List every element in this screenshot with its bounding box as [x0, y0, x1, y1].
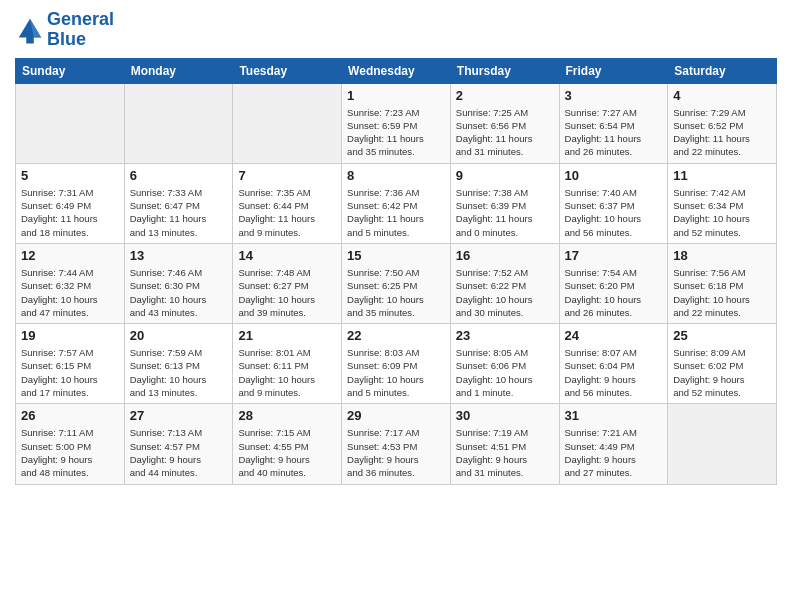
calendar-cell: 4Sunrise: 7:29 AM Sunset: 6:52 PM Daylig… — [668, 83, 777, 163]
day-number: 2 — [456, 88, 554, 103]
calendar-cell: 26Sunrise: 7:11 AM Sunset: 5:00 PM Dayli… — [16, 404, 125, 484]
day-number: 17 — [565, 248, 663, 263]
calendar-cell: 17Sunrise: 7:54 AM Sunset: 6:20 PM Dayli… — [559, 243, 668, 323]
logo-icon — [15, 15, 45, 45]
day-info: Sunrise: 7:54 AM Sunset: 6:20 PM Dayligh… — [565, 266, 663, 319]
calendar-cell: 15Sunrise: 7:50 AM Sunset: 6:25 PM Dayli… — [342, 243, 451, 323]
day-number: 27 — [130, 408, 228, 423]
calendar-cell: 10Sunrise: 7:40 AM Sunset: 6:37 PM Dayli… — [559, 163, 668, 243]
calendar-cell: 25Sunrise: 8:09 AM Sunset: 6:02 PM Dayli… — [668, 324, 777, 404]
calendar-cell: 1Sunrise: 7:23 AM Sunset: 6:59 PM Daylig… — [342, 83, 451, 163]
calendar-cell: 6Sunrise: 7:33 AM Sunset: 6:47 PM Daylig… — [124, 163, 233, 243]
calendar-cell: 29Sunrise: 7:17 AM Sunset: 4:53 PM Dayli… — [342, 404, 451, 484]
weekday-header: Monday — [124, 58, 233, 83]
day-number: 1 — [347, 88, 445, 103]
calendar-cell: 7Sunrise: 7:35 AM Sunset: 6:44 PM Daylig… — [233, 163, 342, 243]
day-info: Sunrise: 7:25 AM Sunset: 6:56 PM Dayligh… — [456, 106, 554, 159]
day-number: 30 — [456, 408, 554, 423]
day-info: Sunrise: 7:27 AM Sunset: 6:54 PM Dayligh… — [565, 106, 663, 159]
day-info: Sunrise: 7:33 AM Sunset: 6:47 PM Dayligh… — [130, 186, 228, 239]
day-info: Sunrise: 7:29 AM Sunset: 6:52 PM Dayligh… — [673, 106, 771, 159]
day-info: Sunrise: 7:31 AM Sunset: 6:49 PM Dayligh… — [21, 186, 119, 239]
day-info: Sunrise: 7:13 AM Sunset: 4:57 PM Dayligh… — [130, 426, 228, 479]
calendar-week-row: 19Sunrise: 7:57 AM Sunset: 6:15 PM Dayli… — [16, 324, 777, 404]
logo-text: General Blue — [47, 10, 114, 50]
day-number: 29 — [347, 408, 445, 423]
calendar-cell — [233, 83, 342, 163]
day-info: Sunrise: 7:44 AM Sunset: 6:32 PM Dayligh… — [21, 266, 119, 319]
weekday-header: Friday — [559, 58, 668, 83]
day-info: Sunrise: 7:35 AM Sunset: 6:44 PM Dayligh… — [238, 186, 336, 239]
day-number: 20 — [130, 328, 228, 343]
calendar-cell: 30Sunrise: 7:19 AM Sunset: 4:51 PM Dayli… — [450, 404, 559, 484]
day-number: 21 — [238, 328, 336, 343]
day-info: Sunrise: 7:38 AM Sunset: 6:39 PM Dayligh… — [456, 186, 554, 239]
calendar-cell — [124, 83, 233, 163]
calendar-cell: 18Sunrise: 7:56 AM Sunset: 6:18 PM Dayli… — [668, 243, 777, 323]
calendar-cell: 20Sunrise: 7:59 AM Sunset: 6:13 PM Dayli… — [124, 324, 233, 404]
day-number: 28 — [238, 408, 336, 423]
weekday-header: Saturday — [668, 58, 777, 83]
svg-marker-0 — [19, 19, 42, 44]
calendar-cell: 8Sunrise: 7:36 AM Sunset: 6:42 PM Daylig… — [342, 163, 451, 243]
day-number: 14 — [238, 248, 336, 263]
day-number: 13 — [130, 248, 228, 263]
day-info: Sunrise: 7:42 AM Sunset: 6:34 PM Dayligh… — [673, 186, 771, 239]
calendar-week-row: 1Sunrise: 7:23 AM Sunset: 6:59 PM Daylig… — [16, 83, 777, 163]
day-info: Sunrise: 8:03 AM Sunset: 6:09 PM Dayligh… — [347, 346, 445, 399]
calendar-cell: 31Sunrise: 7:21 AM Sunset: 4:49 PM Dayli… — [559, 404, 668, 484]
day-info: Sunrise: 8:09 AM Sunset: 6:02 PM Dayligh… — [673, 346, 771, 399]
day-info: Sunrise: 8:07 AM Sunset: 6:04 PM Dayligh… — [565, 346, 663, 399]
day-info: Sunrise: 7:40 AM Sunset: 6:37 PM Dayligh… — [565, 186, 663, 239]
calendar-week-row: 26Sunrise: 7:11 AM Sunset: 5:00 PM Dayli… — [16, 404, 777, 484]
day-number: 12 — [21, 248, 119, 263]
calendar-table: SundayMondayTuesdayWednesdayThursdayFrid… — [15, 58, 777, 485]
calendar-cell — [16, 83, 125, 163]
calendar-cell: 11Sunrise: 7:42 AM Sunset: 6:34 PM Dayli… — [668, 163, 777, 243]
calendar-cell: 27Sunrise: 7:13 AM Sunset: 4:57 PM Dayli… — [124, 404, 233, 484]
calendar-week-row: 12Sunrise: 7:44 AM Sunset: 6:32 PM Dayli… — [16, 243, 777, 323]
calendar-cell: 22Sunrise: 8:03 AM Sunset: 6:09 PM Dayli… — [342, 324, 451, 404]
weekday-header: Wednesday — [342, 58, 451, 83]
calendar-cell: 28Sunrise: 7:15 AM Sunset: 4:55 PM Dayli… — [233, 404, 342, 484]
day-number: 4 — [673, 88, 771, 103]
weekday-header: Sunday — [16, 58, 125, 83]
day-info: Sunrise: 7:11 AM Sunset: 5:00 PM Dayligh… — [21, 426, 119, 479]
calendar-cell: 12Sunrise: 7:44 AM Sunset: 6:32 PM Dayli… — [16, 243, 125, 323]
calendar-cell — [668, 404, 777, 484]
calendar-cell: 9Sunrise: 7:38 AM Sunset: 6:39 PM Daylig… — [450, 163, 559, 243]
calendar-week-row: 5Sunrise: 7:31 AM Sunset: 6:49 PM Daylig… — [16, 163, 777, 243]
day-info: Sunrise: 7:48 AM Sunset: 6:27 PM Dayligh… — [238, 266, 336, 319]
day-number: 11 — [673, 168, 771, 183]
logo: General Blue — [15, 10, 114, 50]
day-number: 9 — [456, 168, 554, 183]
day-number: 31 — [565, 408, 663, 423]
day-info: Sunrise: 7:56 AM Sunset: 6:18 PM Dayligh… — [673, 266, 771, 319]
day-number: 25 — [673, 328, 771, 343]
day-number: 23 — [456, 328, 554, 343]
calendar-cell: 13Sunrise: 7:46 AM Sunset: 6:30 PM Dayli… — [124, 243, 233, 323]
day-number: 15 — [347, 248, 445, 263]
calendar-cell: 3Sunrise: 7:27 AM Sunset: 6:54 PM Daylig… — [559, 83, 668, 163]
day-number: 5 — [21, 168, 119, 183]
day-number: 10 — [565, 168, 663, 183]
day-info: Sunrise: 7:15 AM Sunset: 4:55 PM Dayligh… — [238, 426, 336, 479]
weekday-row: SundayMondayTuesdayWednesdayThursdayFrid… — [16, 58, 777, 83]
day-number: 3 — [565, 88, 663, 103]
day-number: 22 — [347, 328, 445, 343]
weekday-header: Tuesday — [233, 58, 342, 83]
day-info: Sunrise: 7:59 AM Sunset: 6:13 PM Dayligh… — [130, 346, 228, 399]
day-info: Sunrise: 7:46 AM Sunset: 6:30 PM Dayligh… — [130, 266, 228, 319]
day-number: 24 — [565, 328, 663, 343]
calendar-cell: 14Sunrise: 7:48 AM Sunset: 6:27 PM Dayli… — [233, 243, 342, 323]
day-number: 6 — [130, 168, 228, 183]
day-number: 19 — [21, 328, 119, 343]
calendar-cell: 16Sunrise: 7:52 AM Sunset: 6:22 PM Dayli… — [450, 243, 559, 323]
calendar-cell: 19Sunrise: 7:57 AM Sunset: 6:15 PM Dayli… — [16, 324, 125, 404]
day-number: 18 — [673, 248, 771, 263]
day-info: Sunrise: 7:19 AM Sunset: 4:51 PM Dayligh… — [456, 426, 554, 479]
day-info: Sunrise: 7:17 AM Sunset: 4:53 PM Dayligh… — [347, 426, 445, 479]
day-info: Sunrise: 7:23 AM Sunset: 6:59 PM Dayligh… — [347, 106, 445, 159]
weekday-header: Thursday — [450, 58, 559, 83]
calendar-cell: 23Sunrise: 8:05 AM Sunset: 6:06 PM Dayli… — [450, 324, 559, 404]
